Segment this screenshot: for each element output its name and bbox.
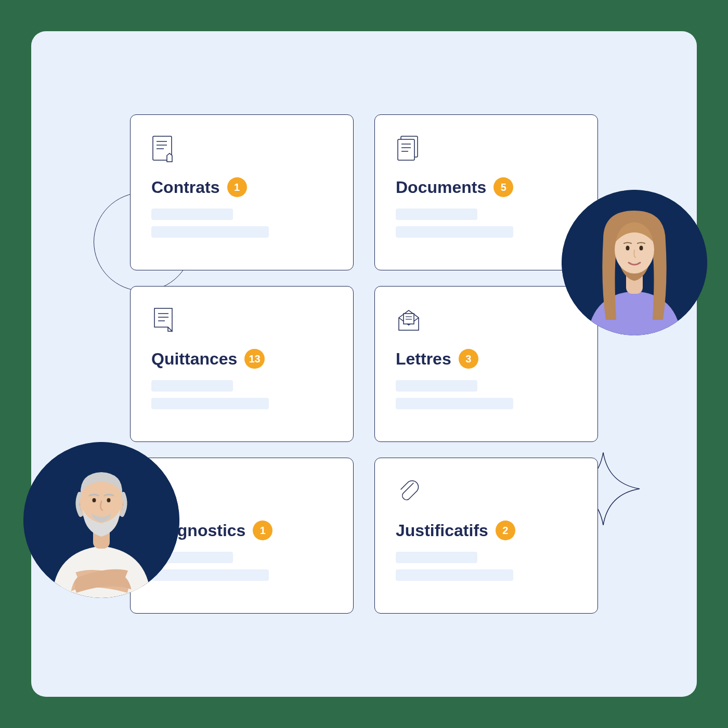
avatar-older-man [23,442,179,598]
placeholder-line [396,226,513,238]
placeholder-line [151,209,233,220]
card-label: Documents [396,178,486,197]
placeholder-line [151,226,269,238]
count-badge: 5 [493,177,513,197]
count-badge: 3 [459,349,478,369]
svg-rect-12 [404,314,414,324]
placeholder-line [151,569,269,581]
cards-grid: Contrats 1 Documents 5 [130,114,598,614]
avatar-young-woman [562,190,707,335]
count-badge: 1 [227,177,247,197]
card-label: Contrats [151,178,220,197]
svg-point-26 [107,498,111,502]
count-badge: 1 [253,521,272,540]
placeholder-line [396,569,513,581]
documents-icon [396,135,422,164]
placeholder-line [151,398,269,409]
contract-icon [151,135,177,164]
count-badge: 2 [496,521,515,540]
placeholder-line [396,209,477,220]
svg-point-21 [640,246,643,251]
card-label: Quittances [151,349,237,369]
envelope-icon [396,306,422,335]
card-label: Lettres [396,349,451,369]
placeholder-line [396,398,513,409]
receipt-icon [151,306,177,335]
placeholder-line [151,380,233,392]
card-justificatifs[interactable]: Justificatifs 2 [374,458,598,614]
card-lettres[interactable]: Lettres 3 [374,286,598,442]
placeholder-line [396,552,477,563]
svg-point-20 [626,246,630,251]
placeholder-line [396,380,477,392]
card-contrats[interactable]: Contrats 1 [130,114,354,270]
svg-point-25 [93,498,96,502]
card-label: Justificatifs [396,521,488,540]
card-quittances[interactable]: Quittances 13 [130,286,354,442]
paperclip-icon [396,478,422,507]
count-badge: 13 [244,349,264,369]
dashboard-panel: Contrats 1 Documents 5 [31,31,697,697]
svg-rect-5 [398,139,414,160]
